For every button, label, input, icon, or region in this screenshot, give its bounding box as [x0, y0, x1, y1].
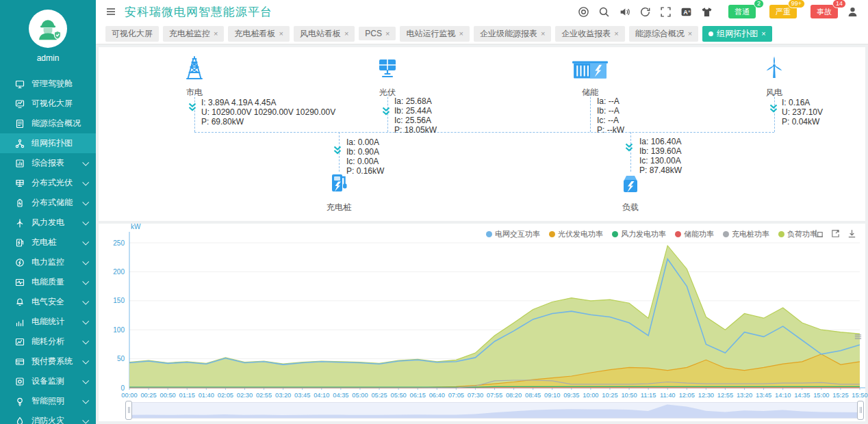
- sidebar-item-power-monitor[interactable]: 电力监控: [0, 252, 96, 272]
- bus-line: [194, 132, 774, 133]
- x-tick-label: 01:15: [179, 392, 195, 399]
- x-tick-label: 06:40: [429, 392, 445, 399]
- tab-close-icon[interactable]: ×: [459, 29, 463, 38]
- tab-9[interactable]: 能源综合概况×: [629, 26, 698, 42]
- sidebar-item-power-quality[interactable]: 电能质量: [0, 272, 96, 292]
- refresh-icon[interactable]: [639, 6, 651, 18]
- tab-close-icon[interactable]: ×: [344, 29, 348, 38]
- alarm-badge-normal[interactable]: 普通2: [728, 5, 756, 18]
- tab-close-icon[interactable]: ×: [214, 29, 218, 38]
- tab-close-icon[interactable]: ×: [761, 29, 765, 38]
- restore-icon[interactable]: [830, 228, 841, 239]
- tab-1[interactable]: 可视化大屏: [105, 26, 159, 42]
- node-grid[interactable]: 市电: [167, 55, 222, 98]
- tab-close-icon[interactable]: ×: [279, 29, 283, 38]
- x-tick-label: 09:35: [563, 392, 579, 399]
- sidebar-item-report[interactable]: 综合报表: [0, 153, 96, 173]
- svg-text:a: a: [688, 8, 690, 12]
- tab-close-icon[interactable]: ×: [541, 29, 545, 38]
- hamburger-menu-icon[interactable]: [105, 6, 116, 17]
- x-tick-label: 05:00: [352, 392, 368, 399]
- tab-bar: 可视化大屏充电桩监控×充电桩看板×风电站看板×PCS×电站运行监视×企业级能源报…: [96, 23, 868, 44]
- chevron-down-icon: [82, 259, 89, 265]
- datazoom-handle-left[interactable]: [125, 401, 132, 420]
- topology-panel: 市电 I: 3.89A 4.19A 4.45A U: 10290.00V 102…: [99, 47, 865, 221]
- battery-container-icon: [572, 57, 609, 81]
- x-tick-label: 14:10: [775, 392, 791, 399]
- chevron-down-icon: [82, 239, 89, 246]
- tab-8[interactable]: 企业收益报表×: [555, 26, 624, 42]
- chart-drag-handle-icon[interactable]: [854, 332, 863, 344]
- sound-icon[interactable]: [619, 6, 630, 18]
- grid-tower-icon: [182, 55, 207, 81]
- node-charger[interactable]: 充电桩: [311, 172, 366, 213]
- search-icon[interactable]: [598, 6, 610, 18]
- sidebar-item-dashboard[interactable]: 管理驾驶舱: [0, 74, 96, 94]
- node-label: 市电: [167, 87, 222, 98]
- tab-4[interactable]: 风电站看板×: [294, 26, 355, 42]
- sidebar-item-prepaid[interactable]: 预付费系统: [0, 352, 96, 371]
- alarm-badge-accident[interactable]: 事故14: [810, 5, 838, 18]
- tab-label: 充电桩监控: [169, 28, 210, 40]
- tab-2[interactable]: 充电桩监控×: [163, 26, 224, 42]
- sidebar-item-charger[interactable]: 充电桩: [0, 233, 96, 252]
- data-zoom-icon[interactable]: [814, 228, 824, 239]
- sidebar-item-fire[interactable]: 消防火灾: [0, 411, 96, 424]
- energy-analysis-icon: [15, 337, 25, 347]
- sidebar-item-label: 可视化大屏: [31, 98, 88, 109]
- big-screen-icon: [15, 99, 25, 109]
- tab-close-icon[interactable]: ×: [688, 29, 692, 38]
- sidebar-item-topology[interactable]: 组网拓扑图: [0, 133, 96, 153]
- sidebar-item-device-monitor[interactable]: 设备监测: [0, 371, 96, 391]
- tab-label: 可视化大屏: [112, 28, 153, 40]
- message-ring-icon[interactable]: [578, 6, 589, 18]
- chevron-down-icon: [82, 318, 89, 325]
- legend-grid-power[interactable]: 电网交互功率: [486, 229, 540, 239]
- sidebar-item-lighting[interactable]: 智能照明: [0, 391, 96, 411]
- tab-7[interactable]: 企业级能源报表×: [474, 26, 551, 42]
- legend-storage-power[interactable]: 储能功率: [675, 229, 714, 239]
- datazoom-slider[interactable]: [127, 402, 862, 419]
- tab-6[interactable]: 电站运行监视×: [400, 26, 469, 42]
- tab-3[interactable]: 充电桩看板×: [228, 26, 289, 42]
- sidebar-item-big-screen[interactable]: 可视化大屏: [0, 94, 96, 114]
- avatar[interactable]: [29, 10, 67, 48]
- legend-load-power[interactable]: 负荷功率: [778, 229, 817, 239]
- node-wind[interactable]: 风电: [747, 54, 802, 98]
- sidebar-item-storage[interactable]: 分布式储能: [0, 193, 96, 213]
- x-tick-label: 01:40: [199, 392, 214, 399]
- sidebar-item-energy-overview[interactable]: 能源综合概况: [0, 114, 96, 133]
- node-pv[interactable]: 光伏: [360, 55, 415, 98]
- sidebar-item-power-stats[interactable]: 电能统计: [0, 312, 96, 332]
- legend-wind-power[interactable]: 风力发电功率: [612, 229, 666, 239]
- theme-shirt-icon[interactable]: [701, 6, 713, 18]
- tab-10[interactable]: 组网拓扑图×: [702, 26, 771, 42]
- legend-charger-power[interactable]: 充电桩功率: [723, 229, 769, 239]
- datazoom-handle-right[interactable]: [857, 401, 864, 420]
- sidebar-item-electrical-safety[interactable]: 电气安全: [0, 292, 96, 312]
- save-image-icon[interactable]: [847, 228, 857, 239]
- legend-dot: [612, 231, 618, 237]
- sidebar-item-label: 电能统计: [31, 316, 83, 328]
- user-icon[interactable]: [847, 6, 858, 18]
- node-load[interactable]: 负载: [603, 172, 658, 213]
- wind-icon: [15, 218, 25, 228]
- chevron-down-icon: [82, 397, 89, 404]
- node-storage[interactable]: 储能: [556, 57, 624, 98]
- flow-down-icon: [769, 103, 778, 114]
- font-size-icon[interactable]: Aa: [680, 6, 692, 18]
- sidebar-item-solar[interactable]: 分布式光伏: [0, 173, 96, 193]
- alarm-badge-serious[interactable]: 严重99+: [769, 5, 797, 18]
- x-tick-label: 07:05: [448, 392, 464, 399]
- sidebar-item-label: 组网拓扑图: [31, 137, 88, 149]
- tab-close-icon[interactable]: ×: [385, 29, 390, 38]
- sidebar-item-label: 电气安全: [31, 296, 83, 308]
- tab-5[interactable]: PCS×: [359, 27, 396, 40]
- flow-down-icon: [381, 106, 391, 116]
- tab-close-icon[interactable]: ×: [614, 29, 618, 38]
- sidebar-item-wind[interactable]: 风力发电: [0, 213, 96, 233]
- legend-pv-power[interactable]: 光伏发电功率: [549, 229, 603, 239]
- sidebar-item-energy-analysis[interactable]: 能耗分析: [0, 332, 96, 352]
- fullscreen-icon[interactable]: [660, 6, 672, 18]
- power-monitor-icon: [15, 258, 25, 267]
